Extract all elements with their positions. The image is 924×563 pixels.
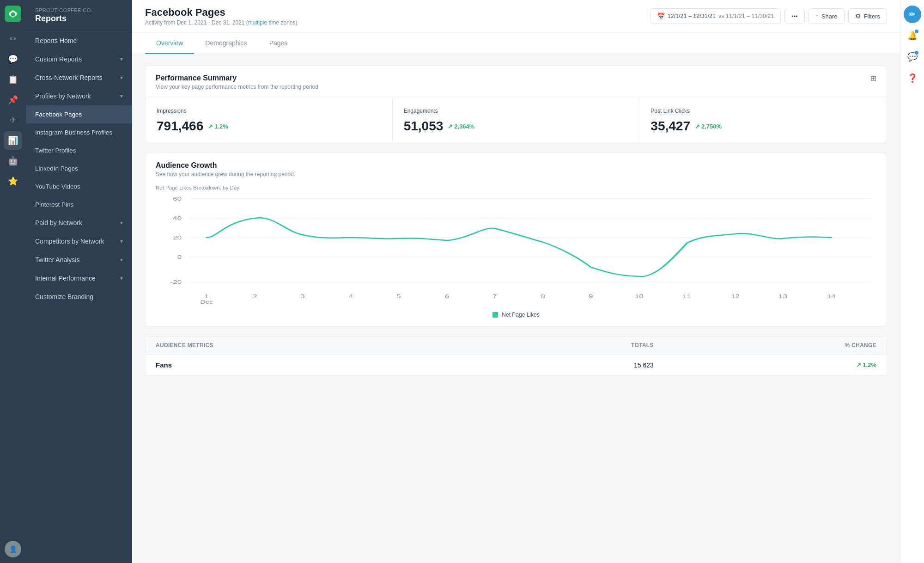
sidebar: Sprout Coffee Co. Reports Reports Home C… — [26, 0, 132, 563]
audience-metrics-card: Audience Metrics Totals % Change Fans 15… — [145, 336, 887, 376]
nav-automation-icon[interactable]: 🤖 — [4, 152, 22, 170]
header-controls: 📅 12/1/21 – 12/31/21 vs 11/1/21 – 11/30/… — [650, 8, 887, 24]
feedback-icon[interactable]: 💬 — [904, 48, 921, 66]
col-totals: Totals — [480, 337, 664, 355]
svg-text:12: 12 — [731, 294, 740, 299]
nav-publish-icon[interactable]: 📌 — [4, 91, 22, 109]
tab-overview[interactable]: Overview — [145, 33, 194, 54]
sidebar-item-cross-network[interactable]: Cross-Network Reports ▾ — [26, 68, 132, 87]
page-subtitle: Activity from Dec 1, 2021 - Dec 31, 2021… — [145, 19, 297, 26]
sidebar-item-pinterest[interactable]: Pinterest Pins — [26, 196, 132, 214]
performance-summary-subtitle: View your key page performance metrics f… — [156, 84, 318, 90]
filters-button[interactable]: ⚙ Filters — [848, 8, 887, 24]
svg-text:10: 10 — [635, 294, 644, 299]
chevron-down-icon: ▾ — [120, 93, 123, 99]
legend-label-net-page-likes: Net Page Likes — [502, 312, 539, 318]
audience-growth-subtitle: See how your audience grew during the re… — [156, 171, 876, 177]
share-icon: ↑ — [815, 12, 819, 20]
more-options-button[interactable]: ••• — [784, 9, 805, 24]
content-body: Performance Summary View your key page p… — [132, 54, 900, 387]
sidebar-item-facebook-pages[interactable]: Facebook Pages — [26, 105, 132, 123]
nav-reviews-icon[interactable]: ⭐ — [4, 172, 22, 190]
sidebar-item-internal-performance[interactable]: Internal Performance ▾ — [26, 269, 132, 288]
impressions-label: Impressions — [157, 108, 187, 115]
chart-legend: Net Page Likes — [156, 312, 876, 318]
notification-badge — [915, 30, 918, 33]
nav-campaigns-icon[interactable]: ✈ — [4, 111, 22, 129]
row-fans-total: 15,623 — [480, 355, 664, 376]
nav-compose-icon[interactable]: ✏ — [4, 30, 22, 48]
metric-impressions: Impressions 791,466 1.2% — [146, 97, 393, 143]
svg-text:8: 8 — [541, 294, 545, 299]
help-icon[interactable]: ❓ — [904, 69, 921, 87]
chevron-down-icon: ▾ — [120, 56, 123, 62]
multiple-timezones-link[interactable]: multiple — [248, 19, 267, 26]
col-change: % Change — [664, 337, 887, 355]
table-view-icon[interactable]: ⊞ — [870, 74, 876, 83]
metric-engagements: Engagements 51,053 2,364% — [393, 97, 640, 143]
impressions-change: 1.2% — [208, 123, 228, 130]
svg-text:6: 6 — [445, 294, 449, 299]
date-range-button[interactable]: 📅 12/1/21 – 12/31/21 vs 11/1/21 – 11/30/… — [650, 8, 781, 24]
sidebar-item-twitter-profiles[interactable]: Twitter Profiles — [26, 141, 132, 159]
sidebar-item-youtube[interactable]: YouTube Videos — [26, 177, 132, 196]
svg-text:60: 60 — [173, 196, 182, 202]
svg-text:-20: -20 — [170, 279, 182, 285]
svg-text:9: 9 — [589, 294, 593, 299]
sidebar-item-paid-by-network[interactable]: Paid by Network ▾ — [26, 214, 132, 232]
svg-text:1: 1 — [204, 294, 208, 299]
ellipsis-icon: ••• — [791, 13, 798, 20]
svg-text:7: 7 — [492, 294, 497, 299]
sidebar-item-competitors[interactable]: Competitors by Network ▾ — [26, 232, 132, 251]
metrics-row: Impressions 791,466 1.2% Engagements 51,… — [146, 97, 887, 143]
engagements-value: 51,053 — [404, 119, 444, 134]
svg-text:40: 40 — [173, 215, 182, 221]
nav-tasks-icon[interactable]: 📋 — [4, 70, 22, 89]
nav-inbox-icon[interactable]: 💬 — [4, 50, 22, 68]
svg-text:0: 0 — [177, 254, 182, 260]
sidebar-item-custom-reports[interactable]: Custom Reports ▾ — [26, 50, 132, 68]
svg-text:11: 11 — [682, 294, 691, 299]
audience-metrics-table: Audience Metrics Totals % Change Fans 15… — [146, 337, 887, 376]
chevron-down-icon: ▾ — [120, 220, 123, 226]
sidebar-item-instagram[interactable]: Instagram Business Profiles — [26, 123, 132, 141]
tab-demographics[interactable]: Demographics — [194, 33, 258, 54]
performance-summary-title: Performance Summary — [156, 74, 318, 82]
chevron-down-icon: ▾ — [120, 74, 123, 81]
compose-button[interactable]: ✏ — [904, 6, 921, 23]
audience-growth-card: Audience Growth See how your audience gr… — [145, 153, 887, 327]
post-link-clicks-label: Post Link Clicks — [650, 108, 690, 115]
top-header: Facebook Pages Activity from Dec 1, 2021… — [132, 0, 900, 33]
post-link-clicks-value: 35,427 — [650, 119, 690, 134]
svg-text:Dec: Dec — [200, 300, 213, 305]
table-row: Fans 15,623 1.2% — [146, 355, 887, 376]
sidebar-item-twitter-analysis[interactable]: Twitter Analysis ▾ — [26, 251, 132, 269]
filter-icon: ⚙ — [855, 12, 861, 20]
sidebar-item-reports-home[interactable]: Reports Home — [26, 31, 132, 50]
sidebar-item-linkedin[interactable]: LinkedIn Pages — [26, 159, 132, 177]
user-avatar[interactable]: 👤 — [5, 541, 21, 557]
engagements-change: 2,364% — [448, 123, 474, 130]
svg-text:13: 13 — [778, 294, 787, 299]
company-name: Sprout Coffee Co. — [35, 7, 123, 13]
svg-text:4: 4 — [349, 294, 353, 299]
post-link-clicks-change: 2,750% — [695, 123, 722, 130]
svg-text:2: 2 — [253, 294, 257, 299]
feedback-badge — [915, 51, 918, 55]
sidebar-header: Sprout Coffee Co. Reports — [26, 0, 132, 31]
share-button[interactable]: ↑ Share — [808, 8, 845, 24]
calendar-icon: 📅 — [657, 12, 665, 20]
icon-rail: ✏ 💬 📋 📌 ✈ 📊 🤖 ⭐ 👤 — [0, 0, 26, 563]
notifications-icon[interactable]: 🔔 — [904, 27, 921, 44]
sidebar-item-profiles-by-network[interactable]: Profiles by Network ▾ — [26, 87, 132, 105]
legend-dot-net-page-likes — [492, 312, 498, 318]
audience-growth-chart: 60 40 20 0 -20 1 Dec 2 3 4 5 6 7 — [160, 194, 872, 305]
engagements-label: Engagements — [404, 108, 438, 115]
tab-pages[interactable]: Pages — [258, 33, 299, 54]
metric-post-link-clicks: Post Link Clicks 35,427 2,750% — [639, 97, 887, 143]
app-logo[interactable] — [5, 6, 21, 22]
tab-bar: Overview Demographics Pages — [132, 33, 900, 54]
sidebar-item-customize-branding[interactable]: Customize Branding — [26, 288, 132, 306]
nav-reports-icon[interactable]: 📊 — [4, 131, 22, 150]
row-fans-change: 1.2% — [664, 355, 887, 376]
